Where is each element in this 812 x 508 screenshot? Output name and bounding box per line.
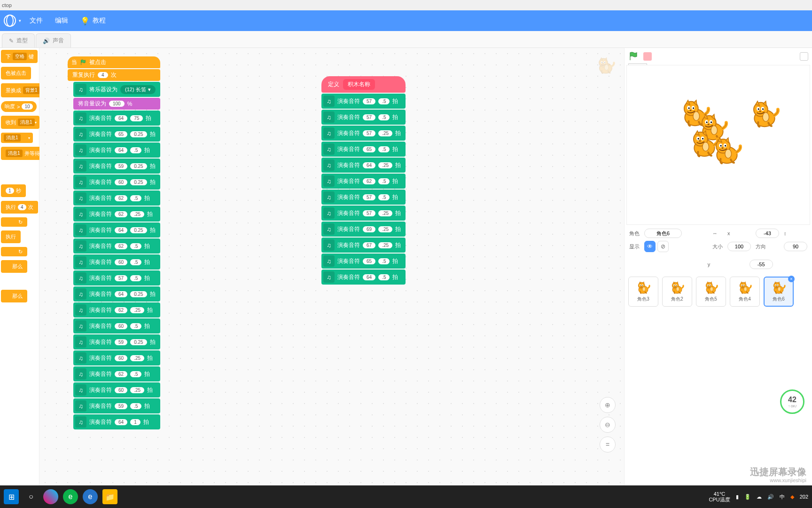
block-broadcast-wait[interactable]: 消息1 并等待 [1, 147, 45, 160]
block-play-note[interactable]: ♫ 演奏音符 57 .5 拍 [73, 270, 160, 286]
block-forever[interactable]: 执行 [1, 230, 21, 243]
menu-edit[interactable]: 编辑 [55, 16, 68, 25]
block-play-note[interactable]: ♫ 演奏音符 65 0.25 拍 [73, 127, 160, 142]
y-input[interactable] [750, 260, 773, 269]
block-play-note[interactable]: ♫ 演奏音符 62 .5 拍 [73, 190, 160, 206]
zoom-out-button[interactable]: ⊖ [600, 417, 616, 433]
block-set-volume[interactable]: 将音量设为 100 % [73, 98, 160, 110]
block-play-note[interactable]: ♫ 演奏音符 64 75 拍 [73, 111, 160, 126]
zoom-in-button[interactable]: ⊕ [600, 397, 616, 413]
block-loudness[interactable]: 响度 > 10 [1, 101, 37, 112]
cortana-icon[interactable] [43, 489, 58, 504]
green-flag-button[interactable]: 运行 [628, 51, 639, 62]
menu-tutorials[interactable]: 教程 [93, 16, 106, 25]
stage[interactable] [626, 65, 810, 225]
block-play-note[interactable]: ♫ 演奏音符 64 .5 拍 [73, 143, 160, 158]
sprite-item[interactable]: 角色5 [696, 277, 726, 307]
block-play-note[interactable]: ♫ 演奏音符 60 .25 拍 [73, 350, 160, 365]
block-play-note[interactable]: ♫ 演奏音符 60 0.25 拍 [73, 175, 160, 190]
tray-icon[interactable]: 🔋 [744, 494, 751, 500]
block-play-note[interactable]: ♫ 演奏音符 64 0.25 拍 [73, 222, 160, 238]
hide-button[interactable]: ⊘ [657, 241, 669, 252]
globe-icon[interactable] [4, 15, 16, 27]
stage-sprite[interactable] [748, 99, 781, 130]
block-play-note[interactable]: ♫ 演奏音符 57 .5 拍 [321, 110, 406, 125]
temperature[interactable]: 41°C CPU温度 [709, 491, 730, 502]
block-play-note[interactable]: ♫ 演奏音符 57 .25 拍 [321, 126, 406, 141]
block-repeat-arm[interactable]: ↻ [1, 217, 27, 227]
start-button[interactable]: ⊞ [4, 489, 19, 504]
script-workspace[interactable]: 当 被点击 重复执行 4 次 ♫ 将乐器设为 (12) 长笛 ▾ 将音量设为 1… [39, 48, 624, 485]
block-play-note[interactable]: ♫ 演奏音符 60 .25 拍 [73, 382, 160, 397]
block-play-note[interactable]: ♫ 演奏音符 67 .25 拍 [321, 238, 406, 253]
block-forever-arm[interactable]: ↻ [1, 247, 27, 256]
block-play-note[interactable]: ♫ 演奏音符 57 .5 拍 [321, 190, 406, 205]
tray-icon[interactable]: ◆ [790, 494, 794, 500]
block-wait[interactable]: 1 秒 [1, 184, 26, 197]
tab-costumes[interactable]: ✎ 造型 [2, 33, 35, 48]
edge-icon[interactable]: e [63, 489, 78, 504]
zoom-reset-button[interactable]: = [600, 437, 616, 452]
block-set-instrument[interactable]: ♫ 将乐器设为 (12) 长笛 ▾ [73, 82, 160, 97]
block-play-note[interactable]: ♫ 演奏音符 65 .5 拍 [321, 142, 406, 157]
direction-input[interactable] [784, 242, 807, 251]
sprite-name-input[interactable] [644, 229, 682, 238]
block-play-note[interactable]: ♫ 演奏音符 69 .25 拍 [321, 222, 406, 237]
direction-label: 方向 [756, 243, 779, 250]
sprite-item[interactable]: 角色3 [628, 277, 658, 307]
tray-icon[interactable]: ▮ [736, 494, 739, 500]
sprite-item[interactable]: 角色6× [764, 277, 794, 307]
stop-button[interactable] [643, 52, 652, 61]
menu-file[interactable]: 文件 [30, 16, 43, 25]
tray-icon[interactable]: 🔊 [767, 494, 774, 500]
show-button[interactable]: 👁 [644, 241, 656, 252]
ime-icon[interactable]: 中 [780, 493, 785, 500]
clock[interactable]: 202 [800, 494, 808, 500]
edge2-icon[interactable]: e [83, 489, 98, 504]
block-play-note[interactable]: ♫ 演奏音符 62 .25 拍 [73, 302, 160, 318]
block-play-note[interactable]: ♫ 演奏音符 59 0.25 拍 [73, 334, 160, 349]
block-sprite-clicked[interactable]: 色被点击 [1, 67, 31, 79]
explorer-icon[interactable]: 📁 [102, 489, 117, 504]
block-play-note[interactable]: ♫ 演奏音符 65 .5 拍 [321, 254, 406, 269]
sprite-item[interactable]: 角色4 [730, 277, 760, 307]
stage-size-button[interactable] [800, 52, 808, 61]
block-if-else[interactable]: 那么 [1, 290, 27, 302]
sprite-item[interactable]: 角色2 [662, 277, 692, 307]
block-play-note[interactable]: ♫ 演奏音符 62 .5 拍 [73, 238, 160, 254]
block-repeat-outer[interactable]: 重复执行 4 次 [68, 69, 160, 81]
tab-sounds[interactable]: 🔊 声音 [36, 33, 71, 48]
block-play-note[interactable]: ♫ 演奏音符 60 .5 拍 [73, 254, 160, 270]
block-play-note[interactable]: ♫ 演奏音符 64 .5 拍 [321, 270, 406, 285]
delete-sprite-button[interactable]: × [788, 276, 795, 282]
block-play-note[interactable]: ♫ 演奏音符 64 1 拍 [73, 414, 160, 429]
search-icon[interactable]: ○ [23, 489, 39, 504]
block-repeat[interactable]: 执行 4 次 [1, 201, 38, 214]
block-play-note[interactable]: ♫ 演奏音符 59 .5 拍 [73, 398, 160, 413]
block-play-note[interactable]: ♫ 演奏音符 59 0.25 拍 [73, 159, 160, 174]
block-switch-backdrop[interactable]: 景换成 背景1 ▾ [1, 83, 45, 97]
script-a[interactable]: 当 被点击 重复执行 4 次 ♫ 将乐器设为 (12) 长笛 ▾ 将音量设为 1… [68, 56, 160, 429]
block-play-note[interactable]: ♫ 演奏音符 62 .5 拍 [73, 366, 160, 381]
define-block[interactable]: 定义 积木名称 [321, 76, 406, 93]
instrument-dropdown[interactable]: (12) 长笛 ▾ [120, 85, 156, 94]
tray-icon[interactable]: ☁ [757, 494, 762, 500]
block-play-note[interactable]: ♫ 演奏音符 57 .5 拍 [321, 94, 406, 109]
block-play-note[interactable]: ♫ 演奏音符 64 0.25 拍 [73, 286, 160, 302]
block-if[interactable]: 那么 [1, 260, 27, 273]
block-play-note[interactable]: ♫ 演奏音符 62 .5 拍 [321, 174, 406, 189]
hat-flag-clicked[interactable]: 当 被点击 [68, 56, 160, 68]
block-play-note[interactable]: ♫ 演奏音符 57 .25 拍 [321, 206, 406, 221]
block-play-note[interactable]: ♫ 演奏音符 60 .5 拍 [73, 318, 160, 333]
block-play-note[interactable]: ♫ 演奏音符 64 .25 拍 [321, 158, 406, 173]
script-b[interactable]: 定义 积木名称 ♫ 演奏音符 57 .5 拍♫ 演奏音符 57 .5 拍♫ 演奏… [321, 76, 406, 285]
cpu-widget[interactable]: 42 ↑ 0K/ [780, 389, 804, 414]
stage-sprite[interactable] [710, 136, 743, 167]
block-receive[interactable]: 收到 消息1 ▾ [1, 116, 39, 129]
block-broadcast[interactable]: 消息1 ▾ [1, 133, 33, 143]
x-input[interactable] [756, 229, 779, 238]
taskbar[interactable]: ⊞ ○ e e 📁 41°C CPU温度 ▮ 🔋 ☁ 🔊 中 ◆ 202 [0, 485, 812, 508]
block-play-note[interactable]: ♫ 演奏音符 62 .25 拍 [73, 206, 160, 222]
size-input[interactable] [727, 242, 751, 251]
block-key-pressed[interactable]: 下 空格 键 [1, 50, 38, 63]
